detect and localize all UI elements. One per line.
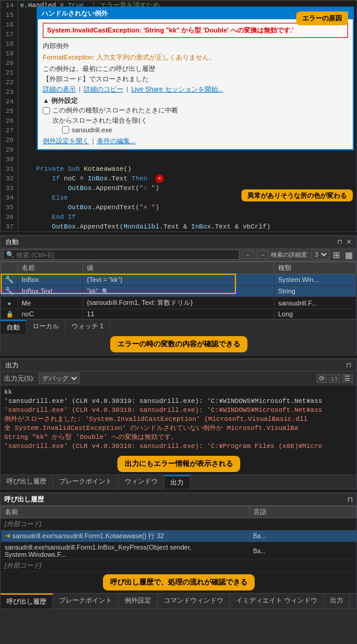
exception-popup: ハンドルされない例外 ᐤ ✕ System.InvalidCastExcepti… (37, 7, 354, 150)
output-toolbar: 出力元(S): デバッグ ⟳ ↓↑ ☰ (1, 372, 356, 385)
vars-icon2[interactable]: ▦ (344, 250, 354, 260)
vars-col-icon (1, 262, 18, 274)
code-content: OutBox.AppendText(Mondailbl.Text & InBox… (17, 222, 356, 232)
output-icon1[interactable]: ⟳ (317, 374, 327, 383)
auto-panel-close-icon[interactable]: ✕ (346, 238, 352, 246)
callstack-lang-cell (250, 560, 356, 572)
output-pin-icon[interactable]: ⊓ (346, 361, 352, 369)
vars-table: 名前 値 種類 🔧InBox{Text = "kk"}System.Win...… (1, 262, 356, 319)
output-source-select[interactable]: デバッグ (39, 373, 79, 384)
code-editor: 14e.Handled = True ' エラー音を消すため15161718 g… (0, 0, 357, 232)
exception-exe-checkbox[interactable] (62, 126, 69, 133)
output-line: String "kk" から型 'Double' への変換は無効です。 (4, 433, 353, 442)
callstack-row[interactable]: [外部コード] (1, 560, 356, 572)
tab-output-out[interactable]: 出力 (164, 475, 190, 489)
edit-condition-link[interactable]: 条件の編集... (97, 137, 135, 144)
line-number: 15 (1, 10, 17, 20)
tab-breakpoints-out[interactable]: ブレークポイント (53, 475, 119, 489)
color-bubble-wrapper: 異常がありそうな所の色が変わる (241, 191, 353, 200)
tab-auto[interactable]: 自動 (1, 320, 26, 334)
output-icon2[interactable]: ↓↑ (329, 374, 340, 383)
exception-error-text: System.InvalidCastException: 'String "kk… (47, 26, 294, 34)
output-panel-tabs: 呼び出し履歴 ブレークポイント ウィンドウ 出力 (1, 474, 356, 489)
vars-icon1[interactable]: ⊞ (332, 250, 341, 260)
line-number: 17 (1, 29, 17, 39)
line-number: 35 (1, 203, 17, 212)
var-icon-cell: ● (1, 297, 18, 309)
open-settings-link[interactable]: 例外設定を開く (43, 137, 89, 144)
callstack-pin-icon[interactable]: ⊓ (347, 495, 353, 504)
line-number: 20 (1, 58, 17, 68)
callstack-row[interactable]: sansudrill.exe!sansudrill.Form1.InBox_Ke… (1, 542, 356, 560)
tab-window-out[interactable]: ウィンドウ (119, 475, 164, 489)
var-name-cell: Me (18, 297, 83, 309)
detail-label: 検索の詳細度: (271, 251, 309, 259)
output-content: kk'sansudrill.exe' (CLR v4.0.30319: sans… (1, 385, 356, 453)
line-number: 26 (1, 116, 17, 126)
callstack-toolbar: 呼び出し履歴 ⊓ (1, 494, 356, 506)
code-content: End If (17, 212, 356, 222)
exception-body: System.InvalidCastException: 'String "kk… (38, 19, 353, 149)
code-line-row: 36 End If (1, 212, 356, 222)
wrench-icon: 🔧 (5, 275, 14, 284)
detail-select[interactable]: 3 (311, 250, 329, 260)
detail-view-link[interactable]: 詳細の表示 (43, 85, 76, 93)
vars-col-name: 名前 (18, 262, 83, 274)
callstack-col-name: 名前 (1, 506, 250, 518)
output-panel-icons: ⊓ (346, 361, 352, 369)
var-row[interactable]: 🔧InBox.Text"kk" 🔍String (1, 286, 356, 297)
liveshare-link[interactable]: Live Share セッションを開始... (131, 85, 223, 93)
line-number: 31 (1, 164, 17, 174)
line-number: 28 (1, 135, 17, 145)
var-row[interactable]: ●Me{sansudrill.Form1, Text: 算数ドリル}sansud… (1, 297, 356, 309)
search-icon: 🔍 (6, 251, 14, 259)
output-icon-group: ⟳ ↓↑ ☰ (317, 374, 353, 383)
var-icon-cell: 🔧 (1, 286, 18, 297)
bottom-tab-コマンドウィンドウ[interactable]: コマンドウィンドウ (158, 593, 230, 609)
var-row[interactable]: 🔧InBox{Text = "kk"}System.Win... (1, 274, 356, 286)
nav-fwd-btn[interactable]: → (256, 250, 269, 259)
output-line: 'sansudrill.exe' (CLR v4.0.30319: sansud… (4, 442, 353, 451)
bottom-tab-イミディエイトウィンドウ[interactable]: イミディエイト ウィンドウ (230, 593, 324, 609)
exception-inner-label: 内部例外 (43, 41, 348, 51)
output-icon3[interactable]: ☰ (342, 374, 353, 383)
callstack-title: 呼び出し履歴 (4, 495, 44, 504)
bottom-tab-例外設定[interactable]: 例外設定 (119, 593, 158, 609)
exception-detail-links[interactable]: 詳細の表示 | 詳細のコピー | Live Share セッションを開始... (43, 85, 348, 94)
var-row[interactable]: 🔒noC11Long (1, 309, 356, 319)
bottom-tab-ブレークポイント[interactable]: ブレークポイント (53, 593, 119, 609)
bottom-tab-呼び出し履歴[interactable]: 呼び出し履歴 (1, 593, 53, 609)
line-number: 25 (1, 106, 17, 116)
exception-title-text: ハンドルされない例外 (42, 9, 108, 18)
bottom-tab-出力[interactable]: 出力 (324, 593, 350, 609)
tab-local[interactable]: ローカル (26, 320, 66, 334)
var-value-cell: {Text = "kk"} (83, 274, 275, 286)
callstack-lang-cell: Ba... (250, 530, 356, 542)
line-number: 32 (1, 174, 17, 183)
exception-bottom-links[interactable]: 例外設定を開く | 条件の編集... (43, 136, 348, 146)
line-number: 18 (1, 39, 17, 49)
auto-panel-title: 自動 (5, 238, 19, 247)
callstack-table: 名前 言語 [外部コード]➜ sansudrill.exe!sansudrill… (1, 506, 356, 572)
detail-copy-link[interactable]: 詳細のコピー (84, 85, 123, 93)
lock-ball-icon: 🔒 (6, 311, 13, 317)
exception-checkbox1[interactable] (43, 107, 50, 114)
tab-callstack-out[interactable]: 呼び出し履歴 (1, 475, 53, 489)
code-line-row: 32 If noC = InBox.Text Then ✕ (1, 174, 356, 183)
line-number: 34 (1, 193, 17, 203)
callstack-row[interactable]: ➜ sansudrill.exe!sansudrill.Form1.Kotaea… (1, 530, 356, 542)
exception-exe-label: sansudrill.exe (72, 126, 112, 133)
wrench-icon: 🔧 (5, 287, 14, 295)
nav-back-btn[interactable]: ← (242, 250, 254, 259)
exception-checkbox2-label: 次からスローされた場合を除(く (52, 116, 147, 125)
callstack-row[interactable]: [外部コード] (1, 518, 356, 530)
code-content: If noC = InBox.Text Then ✕ (17, 174, 356, 183)
auto-panel-pin-icon[interactable]: ⊓ (337, 238, 343, 246)
tab-watch1[interactable]: ウォッチ 1 (66, 320, 110, 334)
var-name-cell: noC (18, 309, 83, 319)
var-type-cell: sansudrill.F... (274, 297, 356, 309)
code-line-row: 37 OutBox.AppendText(Mondailbl.Text & In… (1, 222, 356, 232)
line-number: 19 (1, 49, 17, 58)
search-input[interactable] (16, 251, 237, 259)
callstack-bubble-wrapper: 呼び出し履歴で、処理の流れが確認できる (1, 572, 356, 593)
